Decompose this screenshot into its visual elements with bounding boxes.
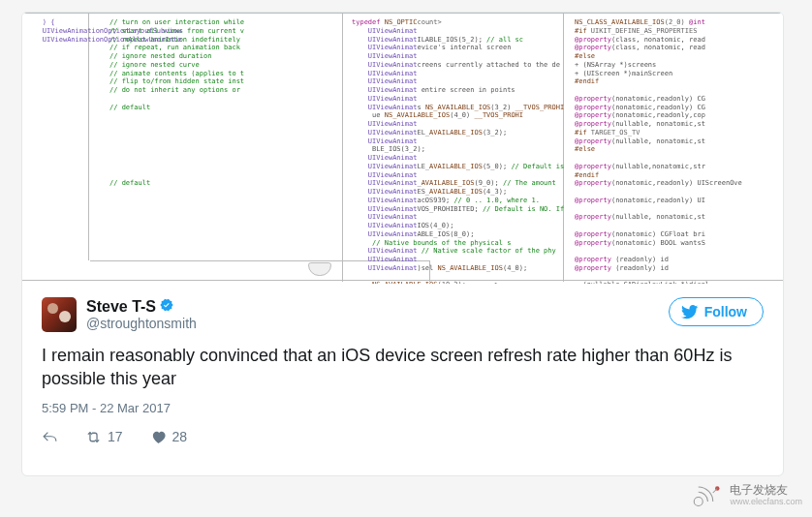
watermark-url: www.elecfans.com — [730, 498, 802, 507]
display-name[interactable]: Steve T-S — [86, 297, 174, 317]
verified-badge-icon — [159, 297, 174, 317]
code-bottom-left: ) { UIViewAnimationOptionLayoutSubview U… — [26, 18, 181, 283]
heart-icon — [150, 429, 167, 445]
handle[interactable]: @stroughtonsmith — [86, 316, 669, 331]
svg-point-0 — [695, 498, 703, 506]
avatar[interactable] — [42, 297, 77, 332]
reply-button[interactable] — [42, 429, 58, 445]
tweet-header: Steve T-S @stroughtonsmith Follow — [42, 297, 764, 332]
follow-button[interactable]: Follow — [669, 297, 764, 326]
like-button[interactable]: 28 — [150, 429, 188, 445]
retweet-icon — [85, 429, 102, 445]
code-column-mid: typedef NS_OPTICcount> UIViewAnimat UIVi… — [352, 18, 570, 284]
tweet-card: // turn on user interaction while// star… — [21, 12, 784, 476]
twitter-bird-icon — [681, 303, 699, 320]
tweet-actions: 17 28 — [42, 425, 764, 445]
tweet-media-code: // turn on user interaction while// star… — [22, 13, 783, 284]
tweet-body: Steve T-S @stroughtonsmith Follow I rema… — [22, 284, 783, 455]
reply-icon — [42, 429, 58, 445]
tweet-text: I remain reasonably convinced that an iO… — [42, 344, 764, 391]
tweet-timestamp[interactable]: 5:59 PM - 22 Mar 2017 — [42, 401, 764, 415]
retweet-button[interactable]: 17 — [85, 429, 123, 445]
watermark-cn: 电子发烧友 — [730, 484, 802, 497]
watermark: 电子发烧友 www.elecfans.com — [689, 482, 802, 509]
elecfans-logo-icon — [689, 482, 724, 509]
code-column-right: NS_CLASS_AVAILABLE_IOS(2_0) @int#if UIKI… — [575, 18, 783, 284]
